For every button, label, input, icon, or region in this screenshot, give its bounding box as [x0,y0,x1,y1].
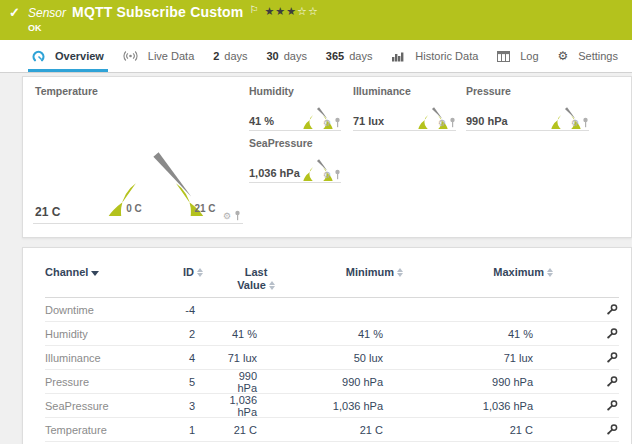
wrench-icon[interactable] [605,399,619,413]
page-title: MQTT Subscribe Custom [72,4,243,20]
table-row: Pressure 5 990 hPa 990 hPa 990 hPa [45,370,619,394]
channel-id: 2 [167,328,221,340]
tab-30-days[interactable]: 30 days [262,40,311,72]
table-row: Temperature 1 21 C 21 C 21 C [45,418,619,442]
tab-label: Historic Data [415,50,478,62]
channel-last-value: 990 hPa [221,370,291,394]
broadcast-icon [123,50,138,62]
tab-label: days [284,50,307,62]
channel-maximum: 71 lux [411,352,561,364]
tab-historic-data[interactable]: Historic Data [387,40,482,72]
gauge-panel-pressure[interactable]: Pressure 990 hPa ⚙ [466,83,589,131]
status-ok-check-icon: ✓ [9,5,20,20]
sensor-header: ✓ Sensor MQTT Subscribe Custom ⚐ ★★★☆☆ O… [0,0,632,40]
wrench-icon[interactable] [605,423,619,437]
channel-name: Downtime [45,304,167,316]
column-header-maximum[interactable]: Maximum [411,264,561,279]
gear-icon[interactable]: ⚙ [323,171,331,180]
table-header-row: Channel ID Last Value Minimum Maximum [45,264,619,298]
channel-name: Humidity [45,328,167,340]
wrench-icon[interactable] [605,303,619,317]
table-row: Humidity 2 41 % 41 % 41 % [45,322,619,346]
wrench-icon[interactable] [605,351,619,365]
column-header-channel[interactable]: Channel [45,264,167,279]
wrench-icon[interactable] [605,375,619,389]
channel-maximum: 1,036 hPa [411,400,561,412]
gauge-value: 1,036 hPa [249,167,300,179]
tab-live-data[interactable]: Live Data [119,40,198,72]
tab-settings[interactable]: ⚙ Settings [553,40,622,72]
column-header-id[interactable]: ID [167,264,221,279]
pin-icon[interactable] [334,117,341,128]
status-badge: OK [28,23,42,33]
tab-label: Live Data [148,50,194,62]
gauge-title: Illuminance [353,85,411,97]
tab-label-num: 30 [266,50,278,62]
pin-icon[interactable] [582,117,589,128]
channel-minimum: 1,036 hPa [291,400,411,412]
column-header-minimum[interactable]: Minimum [291,264,411,279]
tab-overview[interactable]: Overview [28,40,108,72]
tab-label: days [224,50,247,62]
tab-label-num: 365 [326,50,344,62]
temperature-gauge [87,91,227,216]
gauge-title: Pressure [466,85,511,97]
prtg-sensor-page: { "header": { "type_label": "Sensor", "t… [0,0,632,444]
flag-icon[interactable]: ⚐ [249,4,258,15]
gear-icon[interactable]: ⚙ [571,119,579,128]
gauge-panel-seapressure[interactable]: SeaPressure 1,036 hPa ⚙ [249,135,341,183]
column-header-last-value[interactable]: Last Value [221,264,291,292]
channel-last-value: 71 lux [221,352,291,364]
gauges-card: Temperature 0 C 21 C 21 C ⚙ Humidity 41 … [22,76,632,238]
channel-minimum: 50 lux [291,352,411,364]
sort-icon [397,266,403,277]
gear-icon[interactable]: ⚙ [438,119,446,128]
pin-icon[interactable] [334,169,341,180]
sensor-title-row: Sensor MQTT Subscribe Custom ⚐ ★★★☆☆ [28,4,319,20]
gauge-panel-illuminance[interactable]: Illuminance 71 lux ⚙ [353,83,456,131]
channel-name: Illuminance [45,352,167,364]
log-table-icon [497,51,510,62]
tab-label: days [349,50,372,62]
channel-name: Temperature [45,424,167,436]
tab-2-days[interactable]: 2 days [209,40,251,72]
gauge-icon [32,50,45,63]
table-row: Downtime -4 [45,298,619,322]
gauge-scale-max: 21 C [183,203,227,214]
sort-icon [269,279,275,292]
channel-name: SeaPressure [45,400,167,412]
tab-label-num: 2 [213,50,219,62]
channel-last-value: 41 % [221,328,291,340]
channel-id: 1 [167,424,221,436]
sort-icon [547,266,553,277]
pin-icon[interactable] [449,117,456,128]
table-row: SeaPressure 3 1,036 hPa 1,036 hPa 1,036 … [45,394,619,418]
gauge-panel-temperature[interactable]: Temperature 0 C 21 C 21 C ⚙ [33,81,243,224]
channel-maximum: 990 hPa [411,376,561,388]
priority-stars-empty: ☆☆ [297,5,319,17]
gauge-value: 71 lux [353,115,384,127]
bar-chart-icon [391,51,405,62]
gauge-needle [153,152,191,196]
tab-label: Settings [578,50,618,62]
channel-last-value: 21 C [221,424,291,436]
gear-icon[interactable]: ⚙ [223,212,231,221]
gauge-panel-humidity[interactable]: Humidity 41 % ⚙ [249,83,341,131]
channel-maximum: 21 C [411,424,561,436]
channel-id: 4 [167,352,221,364]
sort-icon [197,266,203,277]
tab-bar: Overview Live Data 2 days 30 days 365 da… [0,40,632,73]
tab-log[interactable]: Log [493,40,542,72]
wrench-icon[interactable] [605,327,619,341]
gear-icon[interactable]: ⚙ [323,119,331,128]
sort-desc-icon [91,271,99,276]
sensor-kind-label: Sensor [28,6,66,20]
tab-label: Log [520,50,538,62]
tab-365-days[interactable]: 365 days [322,40,377,72]
gauge-value: 41 % [249,115,274,127]
channel-minimum: 990 hPa [291,376,411,388]
table-row: Illuminance 4 71 lux 50 lux 71 lux [45,346,619,370]
channel-table-card: Channel ID Last Value Minimum Maximum Do… [22,247,632,444]
pin-icon[interactable] [234,210,241,221]
priority-stars[interactable]: ★★★☆☆ [264,5,318,18]
